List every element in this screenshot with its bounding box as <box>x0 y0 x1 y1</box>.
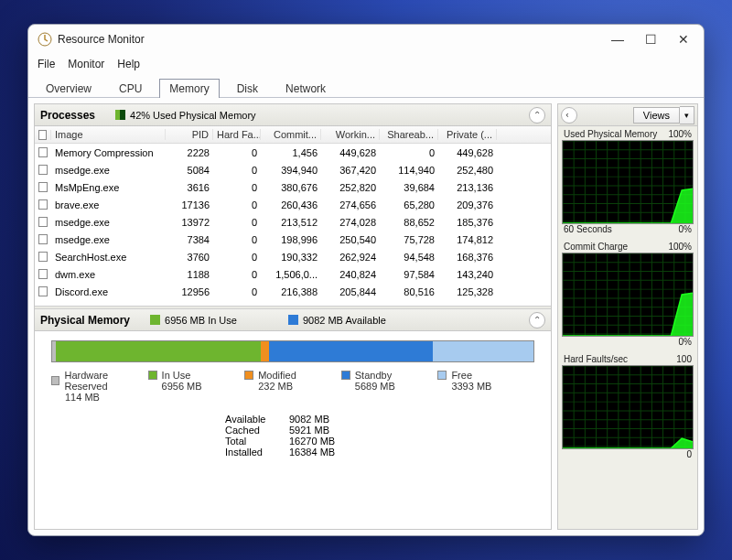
stat-total-label: Total <box>225 436 289 447</box>
cell-hard: 0 <box>213 252 261 263</box>
titlebar[interactable]: Resource Monitor ― ☐ ✕ <box>28 25 704 54</box>
tab-disk[interactable]: Disk <box>227 79 268 98</box>
col-commit[interactable]: Commit... <box>261 129 321 140</box>
row-checkbox[interactable] <box>35 286 51 296</box>
table-row[interactable]: SearchHost.exe 3760 0 190,332 262,924 94… <box>35 248 551 265</box>
processes-summary: 42% Used Physical Memory <box>130 110 256 121</box>
table-row[interactable]: dwm.exe 1188 0 1,506,0... 240,824 97,584… <box>35 265 551 283</box>
legend-inuse-label: In Use <box>162 370 191 381</box>
tab-memory[interactable]: Memory <box>159 79 219 98</box>
graphs-header: ⌃ Views ▾ <box>558 104 697 126</box>
tab-cpu[interactable]: CPU <box>109 79 152 98</box>
cell-image: Memory Compression <box>51 147 166 158</box>
memory-usage-icon <box>115 110 125 120</box>
col-hardfaults[interactable]: Hard Fa... <box>213 129 261 140</box>
row-checkbox[interactable] <box>35 147 51 157</box>
col-pid[interactable]: PID <box>166 129 213 140</box>
cell-share: 94,548 <box>380 252 438 263</box>
col-private[interactable]: Private (... <box>438 129 497 140</box>
table-row[interactable]: msedge.exe 5084 0 394,940 367,420 114,94… <box>35 161 551 178</box>
cell-image: brave.exe <box>51 199 166 210</box>
cell-image: msedge.exe <box>51 165 166 176</box>
processes-title: Processes <box>40 109 95 122</box>
cell-pid: 17136 <box>166 199 213 210</box>
cell-hard: 0 <box>213 234 261 245</box>
row-checkbox[interactable] <box>35 165 51 175</box>
views-dropdown-icon[interactable]: ▾ <box>680 106 694 124</box>
col-image[interactable]: Image <box>51 129 166 140</box>
cell-priv: 252,480 <box>438 165 497 176</box>
cell-commit: 216,388 <box>261 286 321 297</box>
cell-pid: 3760 <box>166 252 213 263</box>
app-icon <box>38 32 52 47</box>
graph-max: 100% <box>668 129 692 139</box>
cell-hard: 0 <box>213 286 261 297</box>
cell-priv: 209,376 <box>438 199 497 210</box>
cell-pid: 5084 <box>166 165 213 176</box>
cell-commit: 260,436 <box>261 199 321 210</box>
processes-header[interactable]: Processes 42% Used Physical Memory ⌃ <box>35 104 551 126</box>
minimize-button[interactable]: ― <box>601 27 634 52</box>
cell-working: 205,844 <box>321 286 380 297</box>
available-label: 9082 MB Available <box>303 315 386 326</box>
legend-standby-value: 5689 MB <box>355 381 438 392</box>
row-checkbox[interactable] <box>35 269 51 279</box>
tab-network[interactable]: Network <box>275 79 336 98</box>
menu-monitor[interactable]: Monitor <box>68 58 104 70</box>
cell-pid: 2228 <box>166 147 213 158</box>
cell-working: 240,824 <box>321 269 380 280</box>
membar-inuse <box>56 341 261 361</box>
table-row[interactable]: Discord.exe 12956 0 216,388 205,844 80,5… <box>35 283 551 300</box>
row-checkbox[interactable] <box>35 217 51 227</box>
swatch-hardware <box>51 376 59 385</box>
legend-hardware-value: 114 MB <box>65 392 148 403</box>
cell-share: 0 <box>380 147 438 158</box>
header-checkbox[interactable] <box>35 130 51 140</box>
resource-monitor-window: Resource Monitor ― ☐ ✕ File Monitor Help… <box>27 24 705 536</box>
cell-hard: 0 <box>213 182 261 193</box>
graph-canvas <box>562 140 694 224</box>
cell-image: MsMpEng.exe <box>51 182 166 193</box>
table-row[interactable]: msedge.exe 7384 0 198,996 250,540 75,728… <box>35 231 551 248</box>
legend-free-value: 3393 MB <box>451 381 534 392</box>
cell-share: 80,516 <box>380 286 438 297</box>
memory-legend: Hardware Reserved114 MBIn Use6956 MBModi… <box>51 370 534 403</box>
menu-file[interactable]: File <box>38 58 55 70</box>
table-row[interactable]: msedge.exe 13972 0 213,512 274,028 88,65… <box>35 213 551 231</box>
expand-icon[interactable]: ⌃ <box>561 107 577 124</box>
cell-share: 97,584 <box>380 269 438 280</box>
inuse-icon <box>150 315 160 325</box>
stat-installed-value: 16384 MB <box>289 447 335 458</box>
stat-cached-label: Cached <box>225 425 289 436</box>
membar-modified <box>261 341 269 361</box>
row-checkbox[interactable] <box>35 182 51 192</box>
graph-title: Hard Faults/sec <box>564 354 628 364</box>
row-checkbox[interactable] <box>35 252 51 262</box>
membar-free <box>433 341 533 361</box>
close-button[interactable]: ✕ <box>667 27 700 52</box>
graph-max: 100 <box>676 354 692 364</box>
cell-share: 88,652 <box>380 217 438 228</box>
views-button[interactable]: Views <box>633 107 680 124</box>
graph-g2: Commit Charge100% 0% <box>558 239 697 351</box>
collapse-icon[interactable]: ⌃ <box>529 312 545 328</box>
legend-standby-label: Standby <box>355 370 392 381</box>
legend-inuse-value: 6956 MB <box>162 381 245 392</box>
collapse-icon[interactable]: ⌃ <box>529 107 545 124</box>
available-icon <box>288 315 298 325</box>
col-shareable[interactable]: Shareab... <box>380 129 438 140</box>
physical-header[interactable]: Physical Memory 6956 MB In Use 9082 MB A… <box>35 309 551 331</box>
cell-commit: 1,456 <box>261 147 321 158</box>
row-checkbox[interactable] <box>35 234 51 244</box>
table-row[interactable]: MsMpEng.exe 3616 0 380,676 252,820 39,68… <box>35 178 551 196</box>
legend-modified-label: Modified <box>258 370 296 381</box>
cell-hard: 0 <box>213 199 261 210</box>
menu-help[interactable]: Help <box>117 58 140 70</box>
row-checkbox[interactable] <box>35 199 51 210</box>
table-row[interactable]: Memory Compression 2228 0 1,456 449,628 … <box>35 144 551 161</box>
table-row[interactable]: brave.exe 17136 0 260,436 274,656 65,280… <box>35 196 551 213</box>
col-working[interactable]: Workin... <box>321 129 380 140</box>
memory-bar <box>51 340 534 362</box>
tab-overview[interactable]: Overview <box>36 79 102 98</box>
maximize-button[interactable]: ☐ <box>634 27 667 52</box>
